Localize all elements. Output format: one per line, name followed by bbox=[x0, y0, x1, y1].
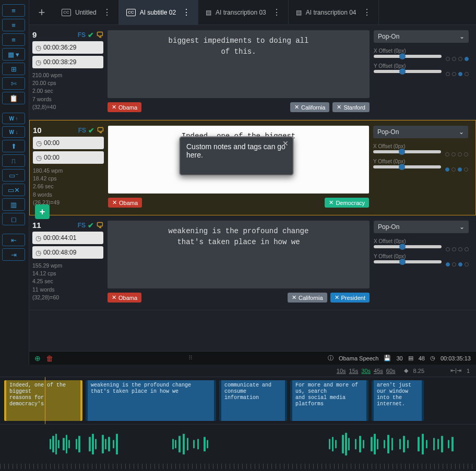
tab-menu-icon[interactable]: ⋮ bbox=[272, 7, 281, 17]
subtitle-text[interactable]: weakening is the profound changethat's t… bbox=[108, 221, 370, 288]
timeline-clip[interactable]: For more and more of us, searchand socia… bbox=[290, 380, 368, 421]
align-dot[interactable] bbox=[458, 152, 462, 156]
align-dot[interactable] bbox=[452, 262, 456, 267]
zoom-option[interactable]: 45s bbox=[374, 368, 383, 374]
tab-3[interactable]: ▤AI transcription 04⋮ bbox=[289, 0, 379, 25]
time-out-field[interactable]: ◷00:00 bbox=[33, 151, 104, 164]
align-dot[interactable] bbox=[464, 152, 468, 156]
zoom-option[interactable]: 15s bbox=[349, 368, 359, 374]
timeline-clip[interactable]: communicate andconsume information bbox=[219, 380, 287, 421]
diamond-icon[interactable]: ◆ bbox=[404, 367, 408, 374]
align-dot[interactable] bbox=[458, 57, 462, 61]
clipboard-icon[interactable]: 📋 bbox=[2, 92, 25, 104]
zoom-option[interactable]: 60s bbox=[386, 368, 396, 374]
align-dot[interactable] bbox=[446, 247, 450, 251]
bars-icon[interactable]: ▥ bbox=[2, 198, 25, 211]
align-dot[interactable] bbox=[458, 247, 462, 251]
tag[interactable]: ✕ Stanford bbox=[332, 102, 370, 112]
zoom-option[interactable]: 10s bbox=[337, 368, 346, 374]
tag[interactable]: ✕ Obama bbox=[108, 293, 141, 303]
tab-0[interactable]: CCUntitled⋮ bbox=[54, 0, 119, 25]
square-icon[interactable]: ◻ bbox=[2, 213, 25, 225]
align-left-icon[interactable]: ≡ bbox=[2, 4, 25, 17]
add-row-icon[interactable]: ⊕ bbox=[34, 354, 41, 363]
time-in-field[interactable]: ◷00:00:36:29 bbox=[32, 41, 103, 54]
subtitle-row[interactable]: 11FS✔🗨◷00:00:44:01◷00:00:48:09155.29 wpm… bbox=[29, 215, 476, 310]
note-icon[interactable]: 🗨 bbox=[96, 31, 103, 39]
time-out-field[interactable]: ◷00:00:48:09 bbox=[32, 246, 103, 259]
timeline-clip[interactable]: Indeed, one of the biggestreasons for de… bbox=[4, 380, 82, 421]
align-dot[interactable] bbox=[445, 152, 449, 156]
align-dot[interactable] bbox=[446, 72, 450, 76]
tag[interactable]: ✕ Democracy bbox=[325, 198, 369, 208]
close-icon[interactable]: ✕ bbox=[282, 139, 289, 148]
align-dot[interactable] bbox=[452, 247, 456, 251]
w-up-button[interactable]: W ↑ bbox=[2, 113, 25, 124]
tag[interactable]: ✕ California bbox=[288, 293, 327, 303]
align-dot[interactable] bbox=[458, 167, 462, 172]
fs-badge[interactable]: FS bbox=[78, 31, 86, 39]
tab-menu-icon[interactable]: ⋮ bbox=[363, 7, 371, 17]
align-dot[interactable] bbox=[465, 72, 469, 76]
fs-badge[interactable]: FS bbox=[78, 222, 86, 229]
align-right-icon[interactable]: ≡ bbox=[2, 33, 25, 46]
xoff-slider[interactable] bbox=[374, 245, 442, 248]
display-mode-select[interactable]: Pop-On⌄ bbox=[374, 30, 469, 43]
tag[interactable]: ✕ Obama bbox=[108, 198, 142, 208]
align-center-icon[interactable]: ≡ bbox=[2, 19, 25, 31]
playhead[interactable] bbox=[45, 377, 45, 424]
snap-icon[interactable]: ⇤|⇥ bbox=[450, 367, 461, 374]
insert-row-button[interactable]: + bbox=[35, 204, 50, 219]
subtitle-text[interactable]: biggest impediments to doing allof this. bbox=[108, 30, 370, 98]
timeline-track[interactable]: Indeed, one of the biggestreasons for de… bbox=[0, 377, 476, 424]
rect-remove-icon[interactable]: ▭⁻ bbox=[2, 169, 25, 182]
grid-icon[interactable]: ▦ ▾ bbox=[2, 48, 25, 61]
tag[interactable]: ✕ Obama bbox=[108, 102, 141, 112]
skip-start-icon[interactable]: ⇤ bbox=[2, 234, 25, 246]
xoff-slider[interactable] bbox=[373, 150, 441, 153]
waveform[interactable] bbox=[0, 424, 476, 464]
subtitle-row[interactable]: 9FS✔🗨◷00:00:36:29◷00:00:38:29210.00 wpm2… bbox=[29, 25, 476, 120]
yoff-slider[interactable] bbox=[374, 260, 442, 263]
align-dot[interactable] bbox=[458, 262, 462, 267]
display-mode-select[interactable]: Pop-On⌄ bbox=[373, 126, 468, 138]
time-out-field[interactable]: ◷00:00:38:29 bbox=[32, 56, 103, 68]
align-dot[interactable] bbox=[451, 152, 456, 156]
subtitle-row[interactable]: 10FS✔🗨◷00:00◷00:00180.45 wpm18.42 cps2.6… bbox=[29, 120, 476, 215]
tab-2[interactable]: ▤AI transcription 03⋮ bbox=[198, 0, 289, 25]
note-icon[interactable]: 🗨 bbox=[96, 221, 103, 230]
timeline-clip[interactable]: weakening is the profound changethat's t… bbox=[86, 380, 216, 421]
cut-icon[interactable]: ✄ bbox=[2, 77, 25, 90]
tab-menu-icon[interactable]: ⋮ bbox=[103, 7, 111, 17]
w-down-button[interactable]: W ↓ bbox=[2, 126, 25, 138]
tab-menu-icon[interactable]: ⋮ bbox=[182, 7, 191, 17]
align-dot[interactable] bbox=[446, 57, 450, 61]
check-icon[interactable]: ✔ bbox=[88, 221, 94, 230]
align-dot[interactable] bbox=[465, 247, 469, 251]
tag[interactable]: ✕ California bbox=[290, 102, 329, 112]
align-dot[interactable] bbox=[464, 167, 468, 172]
yoff-slider[interactable] bbox=[373, 165, 441, 168]
tab-1[interactable]: CCAI subtitle 02⋮ bbox=[119, 0, 198, 25]
rect-x-icon[interactable]: ▭✕ bbox=[2, 184, 25, 196]
time-in-field[interactable]: ◷00:00:44:01 bbox=[32, 232, 103, 244]
time-in-field[interactable]: ◷00:00 bbox=[33, 137, 104, 149]
fs-badge[interactable]: FS bbox=[78, 127, 86, 134]
note-popup[interactable]: Custom notes and tags can go here.✕ bbox=[179, 136, 294, 176]
align-dot[interactable] bbox=[452, 72, 456, 76]
timeline-clip[interactable]: aren't just our window into the internet… bbox=[372, 380, 424, 421]
zoom-option[interactable]: 30s bbox=[361, 368, 371, 374]
tag[interactable]: ✕ President bbox=[330, 293, 370, 303]
align-dot[interactable] bbox=[465, 262, 469, 267]
format-icon[interactable]: ⎍ bbox=[2, 154, 25, 167]
align-dot[interactable] bbox=[446, 262, 450, 267]
add-tab-button[interactable]: + bbox=[29, 0, 54, 25]
align-dot[interactable] bbox=[452, 57, 456, 61]
align-dot[interactable] bbox=[451, 167, 456, 172]
align-dot[interactable] bbox=[445, 167, 449, 172]
box-icon[interactable]: ⊞ bbox=[2, 63, 25, 75]
align-dot[interactable] bbox=[458, 72, 462, 76]
check-icon[interactable]: ✔ bbox=[88, 126, 94, 135]
yoff-slider[interactable] bbox=[374, 70, 442, 73]
xoff-slider[interactable] bbox=[374, 55, 442, 58]
